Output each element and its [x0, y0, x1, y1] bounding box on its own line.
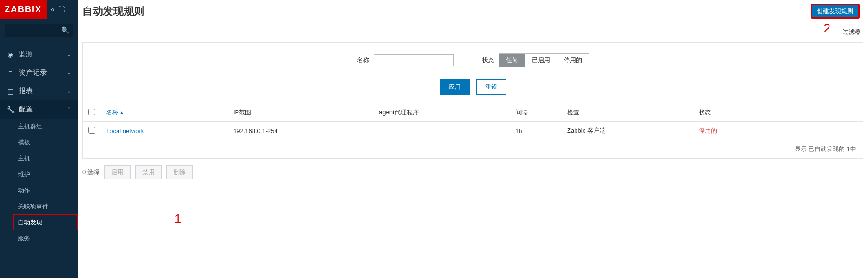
col-ip-range[interactable]: IP范围: [228, 103, 373, 122]
row-name-link[interactable]: Local network: [106, 127, 144, 135]
bulk-enable-button[interactable]: 启用: [104, 165, 131, 179]
nav-label: 资产记录: [19, 68, 47, 77]
chevron-icon: ⌄: [67, 88, 71, 94]
discovery-table: 名称▲ IP范围 agent代理程序 间隔 检查 状态 Local networ…: [83, 103, 863, 140]
apply-button[interactable]: 应用: [440, 79, 470, 95]
annotation-1: 1: [174, 212, 181, 226]
nav-label: 配置: [19, 105, 33, 114]
top-icons: « ⛶: [51, 6, 65, 13]
bulk-delete-button[interactable]: 删除: [166, 165, 193, 179]
table-row: Local network192.168.0.1-2541hZabbix 客户端…: [83, 122, 863, 140]
selected-count: 0 选择: [82, 168, 100, 176]
col-agent-proxy[interactable]: agent代理程序: [373, 103, 510, 122]
chevron-icon: ⌄: [67, 51, 71, 57]
row-ip: 192.168.0.1-254: [228, 122, 373, 140]
row-interval: 1h: [510, 122, 561, 140]
row-agent: [373, 122, 510, 140]
status-option-1[interactable]: 已启用: [525, 54, 557, 67]
filter-row-1: 名称 状态 任何已启用停用的: [97, 53, 849, 67]
filter-row-2: 应用 重设: [97, 79, 849, 95]
row-check: Zabbix 客户端: [561, 122, 693, 140]
select-all-checkbox[interactable]: [88, 109, 95, 115]
collapse-icon[interactable]: «: [51, 6, 55, 13]
main-nav: ◉监测⌄≡资产记录⌄▥报表⌄🔧配置⌃主机群组模板主机维护动作关联项事件自动发现服…: [0, 45, 78, 246]
nav-icon: ≡: [7, 69, 14, 77]
chevron-icon: ⌃: [67, 106, 71, 112]
search-row: 🔍: [0, 21, 78, 40]
logo: ZABBIX: [0, 0, 47, 19]
table-wrap: 名称▲ IP范围 agent代理程序 间隔 检查 状态 Local networ…: [82, 103, 863, 159]
filter-tab[interactable]: 过滤器: [836, 24, 868, 40]
col-interval[interactable]: 间隔: [510, 103, 561, 122]
sub-item-5[interactable]: 关联项事件: [13, 199, 78, 214]
nav-item-3[interactable]: 🔧配置⌃: [0, 100, 78, 119]
main: 自动发现规则 创建发现规则 过滤器 名称 状态 任何已启用停用的 应用 重设: [78, 0, 868, 278]
filter-status-field: 状态 任何已启用停用的: [482, 53, 589, 67]
sidebar-top: ZABBIX « ⛶: [0, 0, 78, 19]
nav-label: 监测: [19, 50, 33, 59]
sub-item-3[interactable]: 维护: [13, 167, 78, 183]
nav-item-1[interactable]: ≡资产记录⌄: [0, 64, 78, 82]
sub-item-0[interactable]: 主机群组: [13, 119, 78, 135]
filter-name-label: 名称: [357, 56, 369, 64]
main-header: 自动发现规则 创建发现规则: [78, 0, 868, 24]
col-name-label: 名称: [106, 109, 118, 116]
reset-button[interactable]: 重设: [476, 79, 506, 95]
search-icon[interactable]: 🔍: [61, 26, 69, 34]
col-status[interactable]: 状态: [693, 103, 863, 122]
table-header-row: 名称▲ IP范围 agent代理程序 间隔 检查 状态: [83, 103, 863, 122]
expand-icon[interactable]: ⛶: [58, 6, 65, 13]
sub-item-2[interactable]: 主机: [13, 151, 78, 167]
table-footer: 显示 已自动发现的 1中: [83, 140, 863, 158]
sub-item-6[interactable]: 自动发现: [13, 214, 78, 230]
nav-icon: 🔧: [7, 106, 14, 113]
status-option-0[interactable]: 任何: [499, 54, 525, 67]
filter-status-label: 状态: [482, 56, 494, 64]
chevron-icon: ⌄: [67, 70, 71, 76]
sub-item-7[interactable]: 服务: [13, 230, 78, 246]
sub-item-4[interactable]: 动作: [13, 183, 78, 199]
bulk-disable-button[interactable]: 禁用: [135, 165, 162, 179]
col-checkbox: [83, 103, 101, 122]
filter-panel: 名称 状态 任何已启用停用的 应用 重设: [82, 42, 863, 103]
nav-icon: ◉: [7, 51, 14, 58]
sidebar: ZABBIX « ⛶ 🔍 ◉监测⌄≡资产记录⌄▥报表⌄🔧配置⌃主机群组模板主机维…: [0, 0, 78, 278]
create-discovery-button[interactable]: 创建发现规则: [811, 4, 860, 19]
status-option-2[interactable]: 停用的: [557, 54, 589, 67]
sub-nav: 主机群组模板主机维护动作关联项事件自动发现服务: [0, 119, 78, 246]
nav-item-2[interactable]: ▥报表⌄: [0, 82, 78, 100]
filter-name-input[interactable]: [374, 54, 454, 66]
nav-item-0[interactable]: ◉监测⌄: [0, 45, 78, 64]
row-checkbox[interactable]: [88, 127, 95, 134]
nav-label: 报表: [19, 87, 33, 95]
sort-asc-icon: ▲: [119, 110, 124, 115]
page-title: 自动发现规则: [82, 4, 144, 18]
col-name[interactable]: 名称▲: [101, 103, 228, 122]
status-segmented: 任何已启用停用的: [499, 53, 589, 67]
filter-name-field: 名称: [357, 54, 454, 66]
col-check[interactable]: 检查: [561, 103, 693, 122]
sub-item-1[interactable]: 模板: [13, 135, 78, 151]
row-status[interactable]: 停用的: [699, 127, 717, 134]
nav-icon: ▥: [7, 87, 14, 95]
bulk-actions: 0 选择 启用 禁用 删除: [78, 159, 868, 186]
